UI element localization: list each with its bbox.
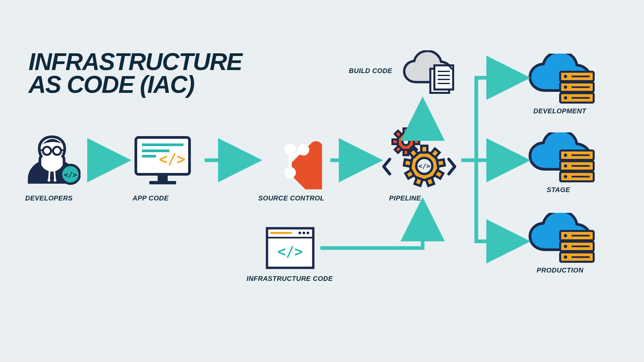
flow-arrows bbox=[0, 0, 644, 362]
